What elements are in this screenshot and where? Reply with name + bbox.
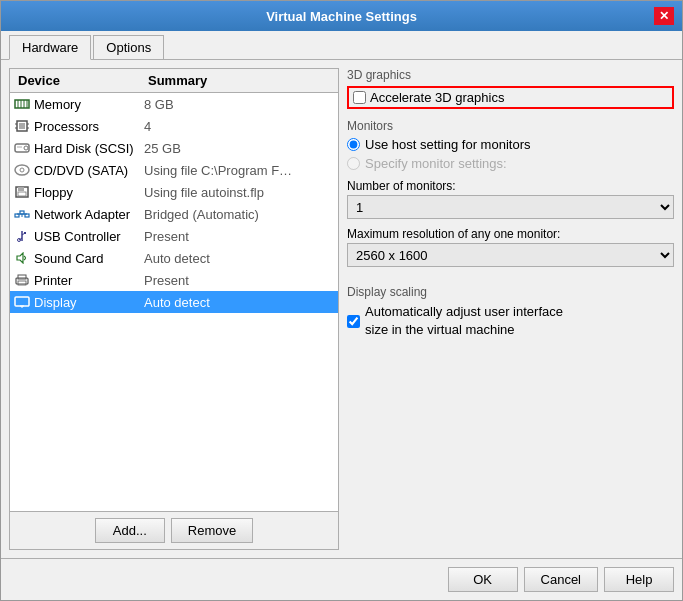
list-item[interactable]: Processors 4 xyxy=(10,115,338,137)
svg-rect-18 xyxy=(18,192,26,196)
list-item[interactable]: CD/DVD (SATA) Using file C:\Program File… xyxy=(10,159,338,181)
usb-icon xyxy=(14,228,30,244)
auto-adjust-label: Automatically adjust user interface size… xyxy=(365,303,585,339)
tab-options[interactable]: Options xyxy=(93,35,164,59)
svg-rect-11 xyxy=(15,144,29,152)
svg-point-15 xyxy=(20,168,24,172)
harddisk-icon xyxy=(14,140,30,156)
title-bar: Virtual Machine Settings ✕ xyxy=(1,1,682,31)
monitors-section-label: Monitors xyxy=(347,119,674,133)
max-resolution-field: Maximum resolution of any one monitor: 2… xyxy=(347,227,674,267)
window-title: Virtual Machine Settings xyxy=(29,9,654,24)
svg-point-14 xyxy=(15,165,29,175)
radio-specify[interactable] xyxy=(347,157,360,170)
tab-hardware[interactable]: Hardware xyxy=(9,35,91,60)
list-item[interactable]: Floppy Using file autoinst.flp xyxy=(10,181,338,203)
radio-specify-label: Specify monitor settings: xyxy=(365,156,507,171)
printer-icon xyxy=(14,272,30,288)
list-item[interactable]: Memory 8 GB xyxy=(10,93,338,115)
display-icon xyxy=(14,294,30,310)
num-monitors-label: Number of monitors: xyxy=(347,179,674,193)
accelerate-3d-checkbox-highlight: Accelerate 3D graphics xyxy=(347,86,674,109)
close-button[interactable]: ✕ xyxy=(654,7,674,25)
list-item[interactable]: Sound Card Auto detect xyxy=(10,247,338,269)
col-device-header: Device xyxy=(14,71,144,90)
tab-bar: Hardware Options xyxy=(1,31,682,60)
scaling-section: Display scaling Automatically adjust use… xyxy=(347,285,674,339)
col-summary-header: Summary xyxy=(144,71,334,90)
radio-host-label: Use host setting for monitors xyxy=(365,137,530,152)
device-list: Memory 8 GB Processors 4 Hard Disk (SCSI… xyxy=(10,93,338,511)
radio-host-row: Use host setting for monitors xyxy=(347,137,674,152)
list-item[interactable]: Hard Disk (SCSI) 25 GB xyxy=(10,137,338,159)
svg-point-12 xyxy=(24,146,28,150)
max-resolution-label: Maximum resolution of any one monitor: xyxy=(347,227,674,241)
content-area: Device Summary Memory 8 GB Processors 4 xyxy=(1,60,682,558)
accelerate-3d-label: Accelerate 3D graphics xyxy=(370,90,504,105)
cpu-icon xyxy=(14,118,30,134)
monitors-section: Monitors Use host setting for monitors S… xyxy=(347,119,674,275)
ok-button[interactable]: OK xyxy=(448,567,518,592)
svg-rect-29 xyxy=(24,232,26,234)
auto-adjust-checkbox[interactable] xyxy=(347,315,360,328)
device-table-header: Device Summary xyxy=(10,69,338,93)
list-item[interactable]: USB Controller Present xyxy=(10,225,338,247)
svg-marker-30 xyxy=(17,253,23,263)
memory-icon xyxy=(14,96,30,112)
svg-rect-34 xyxy=(15,297,29,306)
radio-host[interactable] xyxy=(347,138,360,151)
auto-adjust-row: Automatically adjust user interface size… xyxy=(347,303,674,339)
list-item[interactable]: Printer Present xyxy=(10,269,338,291)
virtual-machine-settings-window: Virtual Machine Settings ✕ Hardware Opti… xyxy=(0,0,683,601)
network-icon xyxy=(14,206,30,222)
accelerate-3d-checkbox[interactable] xyxy=(353,91,366,104)
max-resolution-select[interactable]: 2560 x 1600 1920 x 1200 1280 x 1024 xyxy=(347,243,674,267)
right-panel: 3D graphics Accelerate 3D graphics Monit… xyxy=(347,68,674,550)
list-item-selected[interactable]: Display Auto detect xyxy=(10,291,338,313)
num-monitors-select[interactable]: 1 2 3 xyxy=(347,195,674,219)
radio-specify-row: Specify monitor settings: xyxy=(347,156,674,171)
left-panel: Device Summary Memory 8 GB Processors 4 xyxy=(9,68,339,550)
svg-rect-17 xyxy=(18,187,24,191)
footer: OK Cancel Help xyxy=(1,558,682,600)
graphics-section: 3D graphics Accelerate 3D graphics xyxy=(347,68,674,109)
list-item[interactable]: Network Adapter Bridged (Automatic) xyxy=(10,203,338,225)
graphics-section-label: 3D graphics xyxy=(347,68,674,82)
left-bottom-buttons: Add... Remove xyxy=(10,511,338,549)
help-button[interactable]: Help xyxy=(604,567,674,592)
add-button[interactable]: Add... xyxy=(95,518,165,543)
scaling-section-label: Display scaling xyxy=(347,285,674,299)
sound-icon xyxy=(14,250,30,266)
floppy-icon xyxy=(14,184,30,200)
cdvd-icon xyxy=(14,162,30,178)
monitor-radio-group: Use host setting for monitors Specify mo… xyxy=(347,137,674,171)
svg-rect-6 xyxy=(19,123,25,129)
cancel-button[interactable]: Cancel xyxy=(524,567,598,592)
num-monitors-field: Number of monitors: 1 2 3 xyxy=(347,179,674,219)
remove-button[interactable]: Remove xyxy=(171,518,253,543)
